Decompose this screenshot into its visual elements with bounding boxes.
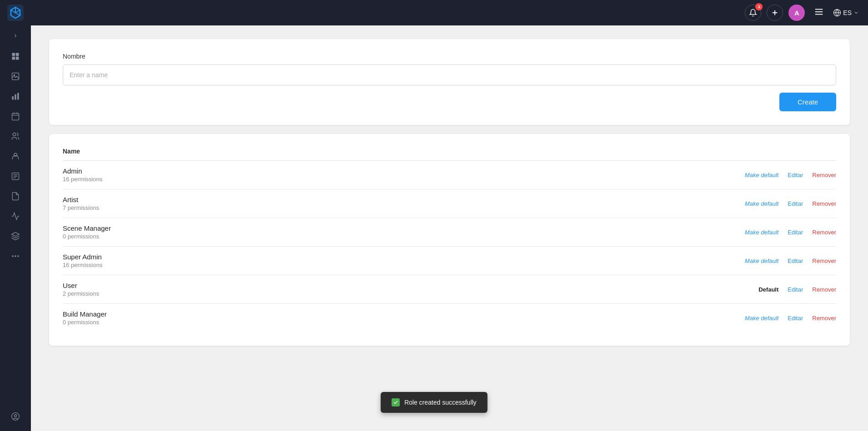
svg-rect-10: [12, 113, 19, 120]
edit-role-button[interactable]: Editar: [788, 315, 803, 322]
svg-point-21: [15, 255, 16, 257]
roles-list: Admin16 permissionsMake defaultEditarRem…: [63, 161, 836, 332]
create-role-button[interactable]: Create: [779, 93, 836, 111]
language-code: ES: [843, 9, 852, 16]
hamburger-icon: [814, 7, 824, 17]
remove-role-button[interactable]: Remover: [812, 172, 836, 178]
user-avatar[interactable]: A: [788, 5, 805, 21]
calendar-icon: [11, 112, 20, 121]
sidebar-item-calendar[interactable]: [6, 107, 25, 125]
svg-rect-8: [15, 94, 16, 100]
sidebar-item-chart[interactable]: [6, 87, 25, 105]
make-default-button[interactable]: Make default: [745, 258, 778, 264]
role-name: Super Admin: [63, 253, 745, 261]
svg-point-20: [12, 255, 14, 257]
table-row: Super Admin16 permissionsMake defaultEdi…: [63, 247, 836, 275]
topbar: 3 A ES: [31, 0, 868, 25]
role-permissions: 0 permissions: [63, 319, 745, 326]
toast-check-icon: [392, 398, 400, 406]
toast-message: Role created successfully: [404, 399, 477, 406]
make-default-button[interactable]: Make default: [745, 315, 778, 322]
table-row: Build Manager0 permissionsMake defaultEd…: [63, 304, 836, 332]
svg-rect-3: [12, 57, 15, 60]
roles-table-card: Name Admin16 permissionsMake defaultEdit…: [49, 134, 850, 346]
edit-role-button[interactable]: Editar: [788, 286, 803, 293]
table-row: Scene Manager0 permissionsMake defaultEd…: [63, 218, 836, 247]
edit-role-button[interactable]: Editar: [788, 258, 803, 264]
plus-icon: [771, 9, 779, 17]
user-circle-icon: [11, 412, 20, 421]
media-icon: [11, 72, 20, 81]
svg-rect-9: [17, 93, 19, 100]
sidebar-item-cube[interactable]: [6, 227, 25, 245]
svg-point-22: [17, 255, 19, 257]
sidebar: ›: [0, 0, 31, 431]
analytics-icon: [11, 212, 20, 221]
role-permissions: 0 permissions: [63, 233, 745, 240]
sidebar-item-document[interactable]: [6, 187, 25, 205]
table-row: Artist7 permissionsMake defaultEditarRem…: [63, 189, 836, 218]
cube-icon: [11, 232, 20, 241]
remove-role-button[interactable]: Remover: [812, 286, 836, 293]
notification-count: 3: [755, 3, 763, 10]
bell-icon: [749, 9, 757, 17]
main-content: Nombre Create Name Admin16 permissionsMa…: [31, 25, 868, 431]
hamburger-menu-button[interactable]: [810, 5, 828, 21]
svg-point-14: [13, 133, 16, 136]
edit-role-button[interactable]: Editar: [788, 229, 803, 236]
remove-role-button[interactable]: Remover: [812, 315, 836, 322]
remove-role-button[interactable]: Remover: [812, 258, 836, 264]
edit-role-button[interactable]: Editar: [788, 200, 803, 207]
table-row: Admin16 permissionsMake defaultEditarRem…: [63, 161, 836, 189]
sidebar-item-analytics[interactable]: [6, 207, 25, 225]
table-row: User2 permissionsDefaultEditarRemover: [63, 275, 836, 304]
make-default-button[interactable]: Make default: [745, 229, 778, 236]
role-name: Artist: [63, 196, 745, 203]
role-name: User: [63, 282, 758, 289]
globe-icon: [833, 9, 841, 17]
nombre-label: Nombre: [63, 53, 836, 60]
role-name-input[interactable]: [63, 64, 836, 85]
person-icon: [11, 152, 20, 161]
edit-role-button[interactable]: Editar: [788, 172, 803, 178]
create-role-card: Nombre Create: [49, 39, 850, 125]
app-logo[interactable]: [7, 5, 24, 21]
sidebar-item-users[interactable]: [6, 127, 25, 145]
chevron-right-icon: ›: [14, 31, 16, 40]
sidebar-item-report[interactable]: [6, 167, 25, 185]
svg-rect-1: [12, 53, 15, 56]
add-button[interactable]: [767, 5, 783, 21]
role-permissions: 16 permissions: [63, 176, 745, 183]
svg-rect-4: [16, 57, 19, 60]
notifications-button[interactable]: 3: [745, 5, 761, 21]
table-column-name: Name: [63, 148, 836, 161]
svg-rect-2: [16, 53, 19, 56]
make-default-button[interactable]: Make default: [745, 172, 778, 178]
svg-point-24: [15, 415, 17, 417]
default-badge: Default: [758, 286, 778, 293]
role-name: Scene Manager: [63, 224, 745, 232]
sidebar-item-media[interactable]: [6, 67, 25, 85]
svg-rect-7: [12, 96, 14, 100]
role-name: Admin: [63, 167, 745, 175]
svg-rect-5: [12, 73, 19, 80]
role-permissions: 16 permissions: [63, 262, 745, 268]
chevron-down-icon: [853, 10, 859, 15]
sidebar-item-user-profile[interactable]: [6, 407, 25, 426]
language-selector[interactable]: ES: [833, 9, 859, 17]
remove-role-button[interactable]: Remover: [812, 200, 836, 207]
grid-icon: [11, 252, 20, 261]
sidebar-item-person[interactable]: [6, 147, 25, 165]
role-permissions: 2 permissions: [63, 290, 758, 297]
sidebar-collapse-button[interactable]: ›: [8, 28, 23, 43]
chart-icon: [11, 92, 20, 101]
sidebar-item-dashboard[interactable]: [6, 47, 25, 65]
report-icon: [11, 172, 20, 181]
sidebar-item-grid[interactable]: [6, 247, 25, 265]
svg-point-23: [12, 413, 20, 421]
role-name: Build Manager: [63, 310, 745, 318]
make-default-button[interactable]: Make default: [745, 200, 778, 207]
role-permissions: 7 permissions: [63, 204, 745, 211]
success-toast: Role created successfully: [381, 392, 488, 413]
remove-role-button[interactable]: Remover: [812, 229, 836, 236]
